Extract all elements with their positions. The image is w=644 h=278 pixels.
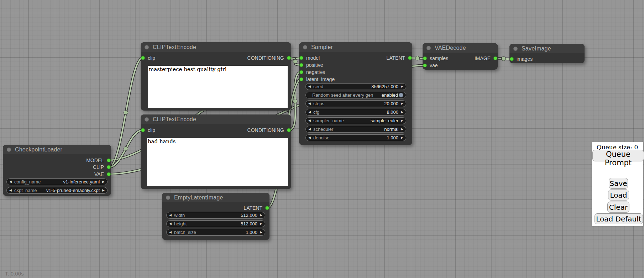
- prompt-textarea[interactable]: bad hands: [147, 138, 288, 186]
- load-default-button[interactable]: Load Default: [595, 213, 643, 224]
- increment-arrow-icon[interactable]: ▶: [401, 101, 403, 107]
- collapse-toggle-icon[interactable]: [166, 196, 170, 200]
- node-title-bar[interactable]: EmptyLatentImage: [162, 193, 269, 202]
- output-slot-dot[interactable]: [287, 56, 291, 60]
- decrement-arrow-icon[interactable]: ◀: [308, 101, 311, 107]
- node-clip-text-encode-negative[interactable]: CLIPTextEncode clip CONDITIONING bad han…: [141, 114, 291, 189]
- link-midpoint-dot: [293, 99, 297, 103]
- output-slot-dot[interactable]: [287, 128, 291, 132]
- decrement-arrow-icon[interactable]: ◀: [169, 212, 172, 218]
- increment-arrow-icon[interactable]: ▶: [102, 187, 105, 193]
- widget-scheduler[interactable]: ◀ scheduler normal ▶: [305, 126, 406, 133]
- output-slot-label: CLIP: [93, 164, 104, 170]
- input-slot-dot[interactable]: [423, 57, 427, 60]
- widget-label: config_name: [14, 179, 41, 185]
- widget-random-seed-toggle[interactable]: Random seed after every gen enabled: [305, 92, 406, 98]
- node-title-bar[interactable]: VAEDecode: [423, 43, 498, 53]
- node-title: Sampler: [311, 44, 333, 50]
- link-midpoint-dot: [415, 56, 420, 60]
- queue-prompt-button[interactable]: Queue Prompt: [592, 150, 644, 161]
- widget-label: scheduler: [313, 127, 333, 132]
- input-slot-dot[interactable]: [141, 128, 145, 132]
- clear-button[interactable]: Clear: [607, 202, 629, 213]
- increment-arrow-icon[interactable]: ▶: [401, 109, 403, 115]
- input-slot-label: vae: [430, 63, 438, 68]
- output-slot-row: CLIP: [3, 164, 111, 171]
- widget-label: steps: [313, 101, 324, 106]
- decrement-arrow-icon[interactable]: ◀: [308, 109, 311, 115]
- decrement-arrow-icon[interactable]: ◀: [9, 187, 12, 193]
- increment-arrow-icon[interactable]: ▶: [260, 221, 262, 227]
- decrement-arrow-icon[interactable]: ◀: [308, 84, 311, 90]
- output-slot-dot[interactable]: [408, 56, 412, 60]
- widget-batch-size[interactable]: ◀ batch_size 1.000 ▶: [166, 229, 265, 236]
- widget-ckpt-name[interactable]: ◀ ckpt_name v1-5-pruned-emaonly.ckpt ▶: [6, 187, 108, 194]
- input-slot-dot[interactable]: [141, 56, 145, 60]
- increment-arrow-icon[interactable]: ▶: [401, 135, 403, 141]
- widget-label: cfg: [313, 109, 319, 115]
- input-slot-dot[interactable]: [299, 63, 303, 67]
- decrement-arrow-icon[interactable]: ◀: [169, 229, 172, 235]
- input-slot-dot[interactable]: [299, 56, 303, 60]
- load-button[interactable]: Load: [608, 189, 629, 201]
- output-slot-dot[interactable]: [265, 206, 269, 210]
- node-title: VAEDecode: [435, 45, 466, 51]
- node-empty-latent-image[interactable]: EmptyLatentImage LATENT ◀ width 512.000 …: [162, 193, 269, 240]
- input-slot-row: model: [299, 54, 412, 62]
- node-title-bar[interactable]: CheckpointLoader: [3, 145, 111, 154]
- decrement-arrow-icon[interactable]: ◀: [169, 221, 172, 227]
- widget-seed[interactable]: ◀ seed 8566257.000 ▶: [305, 83, 406, 90]
- output-slot-label: CONDITIONING: [247, 127, 284, 133]
- input-slot-dot[interactable]: [510, 57, 514, 61]
- widget-cfg[interactable]: ◀ cfg 8.000 ▶: [305, 109, 406, 116]
- widget-value: sample_euler: [371, 118, 398, 123]
- collapse-toggle-icon[interactable]: [145, 117, 149, 122]
- widget-config-name[interactable]: ◀ config_name v1-inference.yaml ▶: [6, 178, 108, 185]
- collapse-toggle-icon[interactable]: [303, 45, 307, 49]
- decrement-arrow-icon[interactable]: ◀: [9, 179, 12, 185]
- increment-arrow-icon[interactable]: ▶: [401, 126, 403, 132]
- increment-arrow-icon[interactable]: ▶: [260, 212, 262, 218]
- decrement-arrow-icon[interactable]: ◀: [308, 126, 311, 132]
- menu-panel: Queue size: 0 Queue Prompt Save Load Cle…: [592, 142, 643, 226]
- output-slot-row: LATENT: [162, 204, 269, 212]
- widget-label: sampler_name: [313, 118, 344, 123]
- collapse-toggle-icon[interactable]: [145, 45, 149, 49]
- collapse-toggle-icon[interactable]: [426, 46, 431, 50]
- widget-steps[interactable]: ◀ steps 20.000 ▶: [305, 100, 406, 107]
- node-title-bar[interactable]: SaveImage: [509, 44, 585, 53]
- increment-arrow-icon[interactable]: ▶: [401, 118, 403, 124]
- increment-arrow-icon[interactable]: ▶: [260, 229, 262, 235]
- decrement-arrow-icon[interactable]: ◀: [308, 135, 311, 141]
- output-slot-dot[interactable]: [107, 158, 111, 162]
- widget-width[interactable]: ◀ width 512.000 ▶: [166, 212, 265, 219]
- output-slot-dot[interactable]: [107, 165, 111, 169]
- widget-height[interactable]: ◀ height 512.000 ▶: [166, 220, 265, 227]
- node-checkpoint-loader[interactable]: CheckpointLoader MODEL CLIP VAE ◀ config…: [3, 145, 111, 196]
- widget-denoise[interactable]: ◀ denoise 1.000 ▶: [305, 134, 406, 141]
- decrement-arrow-icon[interactable]: ◀: [308, 118, 311, 124]
- node-title-bar[interactable]: CLIPTextEncode: [141, 42, 291, 52]
- collapse-toggle-icon[interactable]: [7, 148, 11, 152]
- widget-value: 20.000: [384, 101, 398, 106]
- graph-canvas[interactable]: CheckpointLoader MODEL CLIP VAE ◀ config…: [0, 0, 644, 278]
- input-slot-dot[interactable]: [299, 70, 303, 74]
- node-clip-text-encode-positive[interactable]: CLIPTextEncode clip CONDITIONING masterp…: [141, 42, 291, 111]
- input-slot-dot[interactable]: [299, 77, 303, 81]
- widget-sampler-name[interactable]: ◀ sampler_name sample_euler ▶: [305, 117, 406, 124]
- prompt-textarea[interactable]: masterpiece best quality girl: [148, 66, 288, 108]
- node-sampler[interactable]: Sampler LATENT model positive negative l…: [299, 42, 412, 145]
- output-slot-dot[interactable]: [493, 57, 497, 60]
- node-save-image[interactable]: SaveImage images: [509, 44, 585, 63]
- node-vae-decode[interactable]: VAEDecode samples IMAGE vae: [423, 43, 498, 70]
- collapse-toggle-icon[interactable]: [513, 47, 518, 51]
- increment-arrow-icon[interactable]: ▶: [102, 179, 105, 185]
- output-slot-dot[interactable]: [107, 172, 111, 176]
- input-slot-dot[interactable]: [423, 64, 427, 68]
- node-title-bar[interactable]: Sampler: [299, 42, 412, 52]
- node-title: CLIPTextEncode: [153, 116, 196, 123]
- toggle-icon[interactable]: [399, 93, 403, 97]
- node-title-bar[interactable]: CLIPTextEncode: [141, 114, 291, 124]
- save-button[interactable]: Save: [609, 178, 628, 189]
- increment-arrow-icon[interactable]: ▶: [401, 84, 403, 90]
